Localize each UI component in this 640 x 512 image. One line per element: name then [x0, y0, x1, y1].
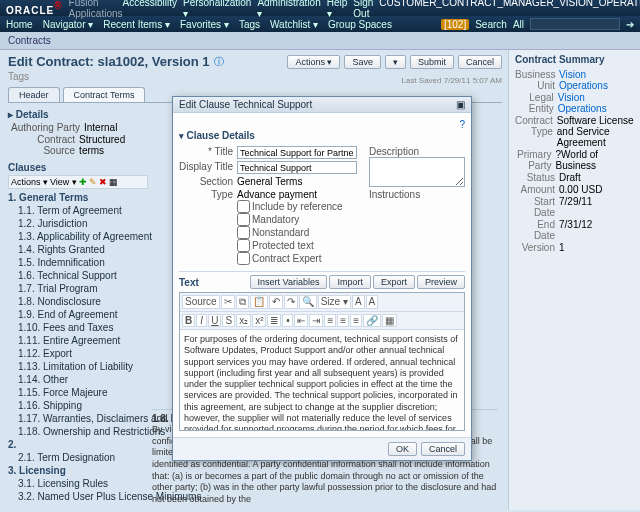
- role-label: CUSTOMER_CONTRACT_MANAGER_VISION_OPERATI…: [379, 0, 640, 19]
- ul-icon[interactable]: •: [282, 314, 293, 327]
- ck-nonstandard[interactable]: Nonstandard: [237, 226, 343, 239]
- help-icon[interactable]: ?: [459, 119, 465, 130]
- export-button[interactable]: Export: [373, 275, 415, 289]
- menu-tags[interactable]: Tags: [239, 19, 260, 30]
- undo-icon[interactable]: ↶: [269, 295, 283, 309]
- tree-item[interactable]: 1.1. Term of Agreement: [8, 204, 148, 217]
- import-button[interactable]: Import: [329, 275, 371, 289]
- paste-icon[interactable]: 📋: [250, 295, 268, 309]
- add-icon[interactable]: ✚: [79, 177, 87, 187]
- dialog-cancel-button[interactable]: Cancel: [421, 442, 465, 456]
- tree-item[interactable]: 2.1. Term Designation: [8, 451, 148, 464]
- link-signout[interactable]: Sign Out: [353, 0, 373, 19]
- menu-groupspaces[interactable]: Group Spaces: [328, 19, 392, 30]
- tags-icon[interactable]: Tags: [8, 71, 29, 82]
- tree-item[interactable]: 1.13. Limitation of Liability: [8, 360, 148, 373]
- link-administration[interactable]: Administration ▾: [257, 0, 320, 19]
- ck-include[interactable]: Include by reference: [237, 200, 343, 213]
- tree-item[interactable]: 1.10. Fees and Taxes: [8, 321, 148, 334]
- link-help[interactable]: Help ▾: [327, 0, 348, 19]
- user-badge[interactable]: [102]: [441, 19, 469, 30]
- ck-mandatory[interactable]: Mandatory: [237, 213, 343, 226]
- link-personalization[interactable]: Personalization ▾: [183, 0, 251, 19]
- tree-group-licensing[interactable]: 3. Licensing: [8, 464, 148, 477]
- size-select[interactable]: Size ▾: [318, 295, 351, 309]
- color-icon[interactable]: A: [352, 295, 365, 309]
- search-go-icon[interactable]: ➔: [626, 19, 634, 30]
- tab-header[interactable]: Header: [8, 87, 60, 102]
- search-input[interactable]: [530, 18, 620, 30]
- clauses-view-menu[interactable]: View ▾: [50, 177, 77, 187]
- search-scope[interactable]: All: [513, 19, 524, 30]
- outdent-icon[interactable]: ⇤: [294, 314, 308, 327]
- more-icon[interactable]: ▦: [109, 177, 118, 187]
- tree-item[interactable]: 1.18. Ownership and Restrictions: [8, 425, 148, 438]
- sup-icon[interactable]: x²: [252, 314, 266, 327]
- underline-icon[interactable]: U: [208, 314, 221, 327]
- menu-recent[interactable]: Recent Items ▾: [103, 19, 170, 30]
- tree-item[interactable]: 3.1. Licensing Rules: [8, 477, 148, 490]
- tree-item[interactable]: 1.17. Warranties, Disclaimers and Exclus…: [8, 412, 148, 425]
- align-center-icon[interactable]: ≡: [337, 314, 349, 327]
- tree-item[interactable]: 1.2. Jurisdiction: [8, 217, 148, 230]
- description-input[interactable]: [369, 157, 465, 187]
- display-title-input[interactable]: [237, 161, 357, 174]
- bg-icon[interactable]: A: [366, 295, 379, 309]
- clause-tree: 1. General Terms 1.1. Term of Agreement …: [8, 191, 148, 503]
- indent-icon[interactable]: ⇥: [309, 314, 323, 327]
- menu-favorites[interactable]: Favorites ▾: [180, 19, 229, 30]
- menu-navigator[interactable]: Navigator ▾: [43, 19, 94, 30]
- type-value: Advance payment: [237, 189, 317, 200]
- tree-item[interactable]: 1.5. Indemnification: [8, 256, 148, 269]
- tree-item[interactable]: 1.6. Technical Support: [8, 269, 148, 282]
- find-icon[interactable]: 🔍: [299, 295, 317, 309]
- tree-item[interactable]: 1.15. Force Majeure: [8, 386, 148, 399]
- copy-icon[interactable]: ⧉: [236, 295, 249, 309]
- menu-watchlist[interactable]: Watchlist ▾: [270, 19, 318, 30]
- redo-icon[interactable]: ↷: [284, 295, 298, 309]
- align-right-icon[interactable]: ≡: [350, 314, 362, 327]
- tree-group-2[interactable]: 2.: [8, 438, 148, 451]
- strike-icon[interactable]: S: [222, 314, 235, 327]
- ck-expert[interactable]: Contract Expert: [237, 252, 343, 265]
- table-icon[interactable]: ▦: [382, 314, 397, 327]
- tree-item[interactable]: 1.16. Shipping: [8, 399, 148, 412]
- sub-icon[interactable]: x₂: [236, 314, 251, 327]
- italic-icon[interactable]: I: [196, 314, 207, 327]
- edit-icon[interactable]: ✎: [89, 177, 97, 187]
- preview-button[interactable]: Preview: [417, 275, 465, 289]
- tree-item[interactable]: 1.7. Trial Program: [8, 282, 148, 295]
- align-left-icon[interactable]: ≡: [324, 314, 336, 327]
- delete-icon[interactable]: ✖: [99, 177, 107, 187]
- tree-item[interactable]: 1.8. Nondisclosure: [8, 295, 148, 308]
- ck-protected[interactable]: Protected text: [237, 239, 343, 252]
- tree-item[interactable]: 3.2. Named User Plus License Minimums: [8, 490, 148, 503]
- save-menu-button[interactable]: ▾: [385, 55, 406, 69]
- title-input[interactable]: [237, 146, 357, 159]
- close-icon[interactable]: ▣: [456, 99, 465, 110]
- clauses-actions-menu[interactable]: Actions ▾: [11, 177, 48, 187]
- insert-variables-button[interactable]: Insert Variables: [250, 275, 328, 289]
- tree-item[interactable]: 1.4. Rights Granted: [8, 243, 148, 256]
- editor-text[interactable]: For purposes of the ordering document, t…: [180, 330, 464, 430]
- tree-item[interactable]: 1.11. Entire Agreement: [8, 334, 148, 347]
- tree-item[interactable]: 1.9. End of Agreement: [8, 308, 148, 321]
- ol-icon[interactable]: ≣: [267, 314, 281, 327]
- tree-item[interactable]: 1.14. Other: [8, 373, 148, 386]
- link-icon[interactable]: 🔗: [363, 314, 381, 327]
- link-accessibility[interactable]: Accessibility: [123, 0, 177, 19]
- cut-icon[interactable]: ✂: [221, 295, 235, 309]
- ok-button[interactable]: OK: [388, 442, 417, 456]
- cancel-button[interactable]: Cancel: [458, 55, 502, 69]
- info-icon[interactable]: ⓘ: [214, 55, 224, 69]
- submit-button[interactable]: Submit: [410, 55, 454, 69]
- actions-menu[interactable]: Actions ▾: [287, 55, 340, 69]
- menu-home[interactable]: Home: [6, 19, 33, 30]
- tab-contract-terms[interactable]: Contract Terms: [63, 87, 146, 102]
- bold-icon[interactable]: B: [182, 314, 195, 327]
- tree-item[interactable]: 1.12. Export: [8, 347, 148, 360]
- tree-item[interactable]: 1.3. Applicability of Agreement: [8, 230, 148, 243]
- save-button[interactable]: Save: [344, 55, 381, 69]
- tree-group-general[interactable]: 1. General Terms: [8, 191, 148, 204]
- source-button[interactable]: Source: [182, 295, 220, 309]
